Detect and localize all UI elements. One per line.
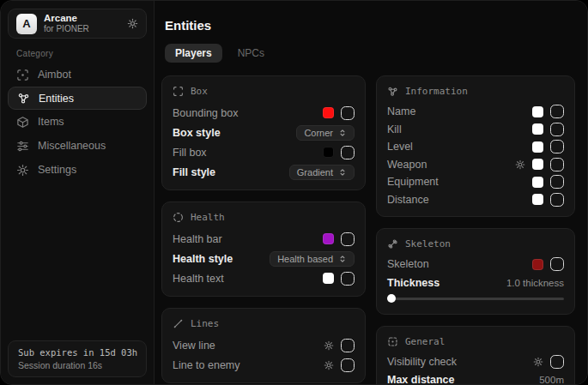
viewfinder-icon [173,86,184,97]
sliders-icon [16,140,29,153]
slider-row: Max distance 500m [387,370,564,385]
card-title: Lines [191,318,219,329]
toggle-checkbox[interactable] [550,158,564,171]
color-swatch[interactable] [532,177,543,188]
toggle-checkbox[interactable] [550,175,564,189]
diagonal-line-icon [173,318,184,329]
setting-label: Health style [173,253,233,265]
page-title: Entities [165,18,575,33]
setting-label: Health text [173,273,224,285]
slider-label: Thickness [387,277,439,289]
toggle-checkbox[interactable] [341,339,355,352]
health-card: Health Health bar Health style Health ba… [161,202,366,297]
brand-card: A Arcane for PIONER [8,9,147,39]
sidebar-item-settings[interactable]: Settings [1,158,154,182]
color-swatch[interactable] [532,106,543,117]
select-chevrons-icon [338,168,347,177]
setting-label: Fill box [173,147,207,159]
slider-thumb[interactable] [387,294,396,303]
sidebar-item-label: Items [38,116,64,128]
setting-label: Distance [387,194,429,206]
gear-icon[interactable] [324,340,334,351]
color-swatch[interactable] [532,141,543,153]
sidebar-item-label: Aimbot [38,69,71,81]
color-swatch[interactable] [323,147,334,158]
toggle-checkbox[interactable] [550,193,564,207]
sidebar-item-miscellaneous[interactable]: Miscellaneous [1,134,154,158]
card-title: Information [405,86,468,97]
toggle-checkbox[interactable] [550,140,564,153]
setting-row: Weapon [387,156,564,174]
tab-npcs[interactable]: NPCs [227,44,275,63]
toggle-checkbox[interactable] [341,358,355,372]
setting-row: Health bar [173,229,355,249]
sidebar-item-items[interactable]: Items [1,110,154,134]
color-swatch[interactable] [323,233,334,244]
fill-style-dropdown[interactable]: Gradient [289,165,355,180]
toggle-checkbox[interactable] [550,257,564,271]
card-title: Skeleton [405,238,451,250]
color-swatch[interactable] [532,259,543,270]
toggle-checkbox[interactable] [550,105,564,118]
sidebar-item-entities[interactable]: Entities [8,87,147,110]
setting-label: Name [387,105,415,117]
dropdown-value: Health based [277,254,333,264]
slider-value: 1.0 thickness [506,278,564,288]
dropdown-value: Corner [304,128,333,138]
setting-label: Kill [387,123,402,135]
color-swatch[interactable] [532,159,543,170]
gear-icon[interactable] [533,357,543,367]
setting-row: Health style Health based [173,249,355,268]
app-logo: A [16,14,37,34]
setting-row: Visibility check [387,353,564,371]
color-swatch[interactable] [323,107,334,118]
sidebar-item-label: Entities [39,93,74,105]
toggle-checkbox[interactable] [341,232,355,246]
sidebar-item-label: Miscellaneous [38,140,106,152]
tab-bar: Players NPCs [165,44,575,63]
box-style-dropdown[interactable]: Corner [296,125,355,141]
main-content: Entities Players NPCs Box [155,1,588,384]
setting-row: Bounding box [173,103,355,123]
bone-icon [387,238,398,250]
setting-row: Name [387,103,564,121]
card-title: General [405,336,445,347]
setting-row: Health text [173,268,355,288]
select-chevrons-icon [338,129,347,137]
session-duration-text: Session duration 16s [18,360,136,370]
toggle-checkbox[interactable] [550,355,564,369]
setting-label: View line [173,340,215,352]
thickness-slider[interactable] [387,298,564,300]
setting-row: Kill [387,121,564,139]
gear-icon[interactable] [515,159,525,170]
gear-icon [16,164,29,177]
toggle-checkbox[interactable] [550,123,564,136]
sidebar-item-label: Settings [38,164,76,176]
entities-icon [17,92,30,105]
box-card: Box Bounding box Box style Corner [161,75,366,190]
sidebar-item-aimbot[interactable]: Aimbot [1,63,154,87]
setting-row: Skeleton [387,256,564,274]
gear-icon[interactable] [324,360,334,370]
tab-players[interactable]: Players [165,44,222,63]
gear-icon[interactable] [127,18,138,29]
setting-row: View line [173,335,355,355]
setting-label: Line to enemy [173,359,240,371]
card-title: Box [191,86,208,97]
setting-label: Box style [173,127,221,139]
skeleton-card: Skeleton Skeleton Thickness 1.0 thicknes… [376,228,575,315]
health-style-dropdown[interactable]: Health based [270,251,355,267]
toggle-checkbox[interactable] [341,106,355,120]
toggle-checkbox[interactable] [341,272,355,286]
color-swatch[interactable] [532,123,543,135]
setting-label: Level [387,141,413,153]
color-swatch[interactable] [323,273,334,284]
lines-card: Lines View line [161,308,366,383]
crosshair-icon [16,69,29,81]
color-swatch[interactable] [532,194,543,205]
setting-row: Fill box [173,142,355,162]
toggle-checkbox[interactable] [341,146,355,159]
cube-icon [16,116,29,129]
brand-subtitle: for PIONER [44,24,89,34]
setting-label: Health bar [173,233,222,245]
